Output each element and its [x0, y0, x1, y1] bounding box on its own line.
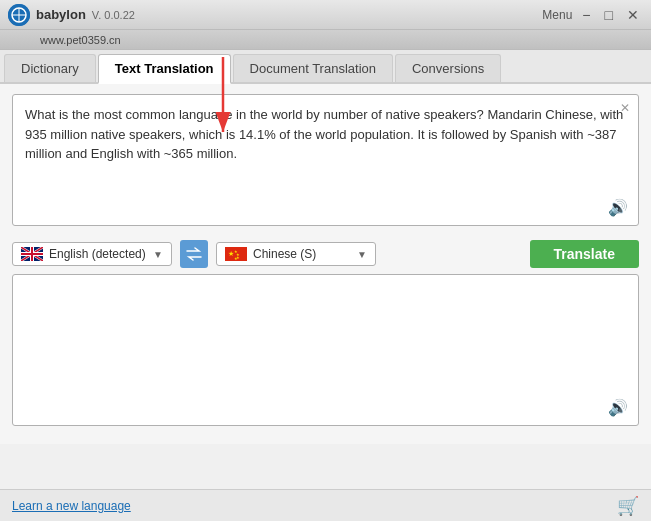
target-lang-name: Chinese (S) — [253, 247, 351, 261]
close-button[interactable]: ✕ — [623, 7, 643, 23]
minimize-button[interactable]: − — [578, 7, 594, 23]
target-lang-arrow: ▼ — [357, 249, 367, 260]
target-speaker-icon[interactable]: 🔊 — [608, 398, 628, 417]
source-text[interactable]: What is the most common language in the … — [13, 95, 638, 225]
version-label: V. 0.0.22 — [92, 9, 135, 21]
url-bar: www.pet0359.cn — [0, 30, 651, 50]
app-name: babylon — [36, 7, 86, 22]
source-text-container: What is the most common language in the … — [12, 94, 639, 226]
learn-language-link[interactable]: Learn a new language — [12, 499, 131, 513]
language-row: English (detected) ▼ ★ ★ ★ ★ ★ Chinese (… — [12, 234, 639, 274]
maximize-button[interactable]: □ — [601, 7, 617, 23]
swap-icon — [185, 247, 203, 261]
tabs-bar: Dictionary Text Translation Document Tra… — [0, 50, 651, 84]
main-content: What is the most common language in the … — [0, 84, 651, 444]
target-text — [13, 275, 638, 425]
svg-text:★: ★ — [234, 256, 238, 261]
source-lang-name: English (detected) — [49, 247, 147, 261]
target-language-select[interactable]: ★ ★ ★ ★ ★ Chinese (S) ▼ — [216, 242, 376, 266]
cn-flag-icon: ★ ★ ★ ★ ★ — [225, 247, 247, 261]
target-text-container: 🔊 — [12, 274, 639, 426]
uk-flag-icon — [21, 247, 43, 261]
source-language-select[interactable]: English (detected) ▼ — [12, 242, 172, 266]
translate-button[interactable]: Translate — [530, 240, 639, 268]
url-text: www.pet0359.cn — [40, 34, 121, 46]
swap-languages-button[interactable] — [180, 240, 208, 268]
app-logo — [8, 4, 30, 26]
svg-rect-12 — [21, 253, 43, 255]
bottom-bar: Learn a new language 🛒 — [0, 489, 651, 521]
tab-document-translation[interactable]: Document Translation — [233, 54, 393, 82]
cart-icon[interactable]: 🛒 — [617, 495, 639, 517]
tab-dictionary[interactable]: Dictionary — [4, 54, 96, 82]
clear-source-button[interactable]: ✕ — [620, 101, 630, 115]
tab-text-translation[interactable]: Text Translation — [98, 54, 231, 84]
tab-conversions[interactable]: Conversions — [395, 54, 501, 82]
title-bar-left: babylon V. 0.0.22 — [8, 4, 135, 26]
source-lang-arrow: ▼ — [153, 249, 163, 260]
babylon-logo-icon — [8, 4, 30, 26]
title-bar-controls: Menu − □ ✕ — [542, 7, 643, 23]
menu-label[interactable]: Menu — [542, 8, 572, 22]
title-bar: babylon V. 0.0.22 Menu − □ ✕ — [0, 0, 651, 30]
source-speaker-icon[interactable]: 🔊 — [608, 198, 628, 217]
